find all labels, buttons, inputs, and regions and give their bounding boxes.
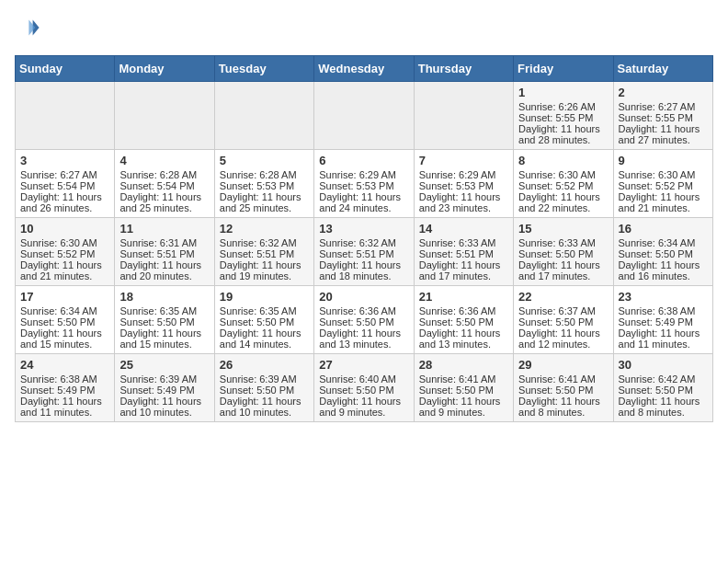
calendar-cell: 3Sunrise: 6:27 AMSunset: 5:54 PMDaylight… bbox=[16, 150, 115, 218]
day-number: 29 bbox=[518, 358, 608, 372]
day-number: 16 bbox=[619, 222, 708, 236]
day-info: Sunrise: 6:29 AMSunset: 5:53 PMDaylight:… bbox=[319, 169, 401, 213]
day-info: Sunrise: 6:36 AMSunset: 5:50 PMDaylight:… bbox=[419, 305, 501, 350]
day-number: 23 bbox=[619, 290, 708, 304]
week-row-1: 1Sunrise: 6:26 AMSunset: 5:55 PMDaylight… bbox=[16, 82, 713, 150]
calendar-cell: 25Sunrise: 6:39 AMSunset: 5:49 PMDayligh… bbox=[115, 354, 214, 422]
day-info: Sunrise: 6:37 AMSunset: 5:50 PMDaylight:… bbox=[518, 305, 600, 350]
day-info: Sunrise: 6:28 AMSunset: 5:53 PMDaylight:… bbox=[220, 169, 301, 213]
day-info: Sunrise: 6:38 AMSunset: 5:49 PMDaylight:… bbox=[619, 305, 700, 350]
week-row-3: 10Sunrise: 6:30 AMSunset: 5:52 PMDayligh… bbox=[16, 218, 713, 286]
calendar-cell: 12Sunrise: 6:32 AMSunset: 5:51 PMDayligh… bbox=[214, 218, 313, 286]
calendar-table: SundayMondayTuesdayWednesdayThursdayFrid… bbox=[15, 55, 713, 422]
calendar-cell: 5Sunrise: 6:28 AMSunset: 5:53 PMDaylight… bbox=[214, 150, 313, 218]
weekday-header-saturday: Saturday bbox=[613, 56, 712, 82]
day-number: 3 bbox=[20, 154, 109, 167]
day-info: Sunrise: 6:27 AMSunset: 5:54 PMDaylight:… bbox=[20, 169, 102, 213]
day-info: Sunrise: 6:41 AMSunset: 5:50 PMDaylight:… bbox=[518, 373, 600, 418]
day-number: 6 bbox=[319, 154, 408, 167]
calendar-cell: 10Sunrise: 6:30 AMSunset: 5:52 PMDayligh… bbox=[16, 218, 115, 286]
day-number: 12 bbox=[220, 222, 309, 236]
day-info: Sunrise: 6:32 AMSunset: 5:51 PMDaylight:… bbox=[220, 237, 301, 282]
weekday-header-friday: Friday bbox=[514, 56, 613, 82]
page-header bbox=[15, 15, 713, 44]
day-number: 19 bbox=[220, 290, 309, 304]
day-info: Sunrise: 6:40 AMSunset: 5:50 PMDaylight:… bbox=[319, 373, 401, 418]
weekday-header-wednesday: Wednesday bbox=[314, 56, 414, 82]
calendar-cell: 17Sunrise: 6:34 AMSunset: 5:50 PMDayligh… bbox=[16, 286, 115, 354]
calendar-cell bbox=[115, 82, 214, 150]
day-number: 8 bbox=[518, 154, 608, 167]
calendar-cell: 28Sunrise: 6:41 AMSunset: 5:50 PMDayligh… bbox=[414, 354, 513, 422]
day-info: Sunrise: 6:33 AMSunset: 5:51 PMDaylight:… bbox=[419, 237, 501, 282]
calendar-cell: 15Sunrise: 6:33 AMSunset: 5:50 PMDayligh… bbox=[514, 218, 613, 286]
day-number: 2 bbox=[619, 86, 708, 99]
calendar-cell bbox=[314, 82, 414, 150]
calendar-cell: 16Sunrise: 6:34 AMSunset: 5:50 PMDayligh… bbox=[613, 218, 712, 286]
day-number: 27 bbox=[319, 358, 408, 372]
calendar-cell: 4Sunrise: 6:28 AMSunset: 5:54 PMDaylight… bbox=[115, 150, 214, 218]
day-info: Sunrise: 6:41 AMSunset: 5:50 PMDaylight:… bbox=[419, 373, 501, 418]
day-number: 15 bbox=[518, 222, 608, 236]
calendar-cell bbox=[214, 82, 313, 150]
day-info: Sunrise: 6:42 AMSunset: 5:50 PMDaylight:… bbox=[619, 373, 700, 418]
day-number: 28 bbox=[419, 358, 508, 372]
day-number: 14 bbox=[419, 222, 508, 236]
calendar-cell: 2Sunrise: 6:27 AMSunset: 5:55 PMDaylight… bbox=[613, 82, 712, 150]
day-info: Sunrise: 6:35 AMSunset: 5:50 PMDaylight:… bbox=[220, 305, 301, 350]
week-row-4: 17Sunrise: 6:34 AMSunset: 5:50 PMDayligh… bbox=[16, 286, 713, 354]
calendar-cell: 30Sunrise: 6:42 AMSunset: 5:50 PMDayligh… bbox=[613, 354, 712, 422]
day-info: Sunrise: 6:36 AMSunset: 5:50 PMDaylight:… bbox=[319, 305, 401, 350]
day-number: 25 bbox=[119, 358, 209, 372]
day-info: Sunrise: 6:39 AMSunset: 5:50 PMDaylight:… bbox=[220, 373, 301, 418]
weekday-header-monday: Monday bbox=[115, 56, 214, 82]
day-info: Sunrise: 6:27 AMSunset: 5:55 PMDaylight:… bbox=[619, 101, 700, 145]
weekday-header-thursday: Thursday bbox=[414, 56, 513, 82]
calendar-cell: 22Sunrise: 6:37 AMSunset: 5:50 PMDayligh… bbox=[514, 286, 613, 354]
calendar-cell: 29Sunrise: 6:41 AMSunset: 5:50 PMDayligh… bbox=[514, 354, 613, 422]
weekday-header-row: SundayMondayTuesdayWednesdayThursdayFrid… bbox=[16, 56, 713, 82]
day-number: 10 bbox=[20, 222, 109, 236]
day-info: Sunrise: 6:28 AMSunset: 5:54 PMDaylight:… bbox=[119, 169, 201, 213]
calendar-cell: 6Sunrise: 6:29 AMSunset: 5:53 PMDaylight… bbox=[314, 150, 414, 218]
calendar-cell: 13Sunrise: 6:32 AMSunset: 5:51 PMDayligh… bbox=[314, 218, 414, 286]
day-number: 1 bbox=[518, 86, 608, 99]
calendar-cell: 19Sunrise: 6:35 AMSunset: 5:50 PMDayligh… bbox=[214, 286, 313, 354]
calendar-cell: 24Sunrise: 6:38 AMSunset: 5:49 PMDayligh… bbox=[16, 354, 115, 422]
day-info: Sunrise: 6:38 AMSunset: 5:49 PMDaylight:… bbox=[20, 373, 102, 418]
day-number: 5 bbox=[220, 154, 309, 167]
day-info: Sunrise: 6:34 AMSunset: 5:50 PMDaylight:… bbox=[20, 305, 102, 350]
day-info: Sunrise: 6:39 AMSunset: 5:49 PMDaylight:… bbox=[119, 373, 201, 418]
day-number: 13 bbox=[319, 222, 408, 236]
calendar-cell: 14Sunrise: 6:33 AMSunset: 5:51 PMDayligh… bbox=[414, 218, 513, 286]
weekday-header-tuesday: Tuesday bbox=[214, 56, 313, 82]
day-number: 24 bbox=[20, 358, 109, 372]
logo bbox=[15, 15, 42, 44]
calendar-cell: 27Sunrise: 6:40 AMSunset: 5:50 PMDayligh… bbox=[314, 354, 414, 422]
calendar-cell: 11Sunrise: 6:31 AMSunset: 5:51 PMDayligh… bbox=[115, 218, 214, 286]
day-number: 30 bbox=[619, 358, 708, 372]
day-number: 18 bbox=[119, 290, 209, 304]
day-info: Sunrise: 6:33 AMSunset: 5:50 PMDaylight:… bbox=[518, 237, 600, 282]
day-info: Sunrise: 6:30 AMSunset: 5:52 PMDaylight:… bbox=[619, 169, 700, 213]
day-number: 7 bbox=[419, 154, 508, 167]
day-info: Sunrise: 6:26 AMSunset: 5:55 PMDaylight:… bbox=[518, 101, 600, 145]
calendar-cell: 26Sunrise: 6:39 AMSunset: 5:50 PMDayligh… bbox=[214, 354, 313, 422]
calendar-cell: 1Sunrise: 6:26 AMSunset: 5:55 PMDaylight… bbox=[514, 82, 613, 150]
day-info: Sunrise: 6:30 AMSunset: 5:52 PMDaylight:… bbox=[518, 169, 600, 213]
calendar-cell bbox=[414, 82, 513, 150]
calendar-cell: 8Sunrise: 6:30 AMSunset: 5:52 PMDaylight… bbox=[514, 150, 613, 218]
day-number: 11 bbox=[119, 222, 209, 236]
calendar-cell: 7Sunrise: 6:29 AMSunset: 5:53 PMDaylight… bbox=[414, 150, 513, 218]
day-info: Sunrise: 6:29 AMSunset: 5:53 PMDaylight:… bbox=[419, 169, 501, 213]
calendar-cell: 21Sunrise: 6:36 AMSunset: 5:50 PMDayligh… bbox=[414, 286, 513, 354]
day-info: Sunrise: 6:35 AMSunset: 5:50 PMDaylight:… bbox=[119, 305, 201, 350]
day-number: 20 bbox=[319, 290, 408, 304]
day-number: 22 bbox=[518, 290, 608, 304]
day-number: 21 bbox=[419, 290, 508, 304]
logo-icon bbox=[15, 15, 40, 40]
day-info: Sunrise: 6:31 AMSunset: 5:51 PMDaylight:… bbox=[119, 237, 201, 282]
day-info: Sunrise: 6:30 AMSunset: 5:52 PMDaylight:… bbox=[20, 237, 102, 282]
calendar-cell bbox=[16, 82, 115, 150]
day-number: 9 bbox=[619, 154, 708, 167]
